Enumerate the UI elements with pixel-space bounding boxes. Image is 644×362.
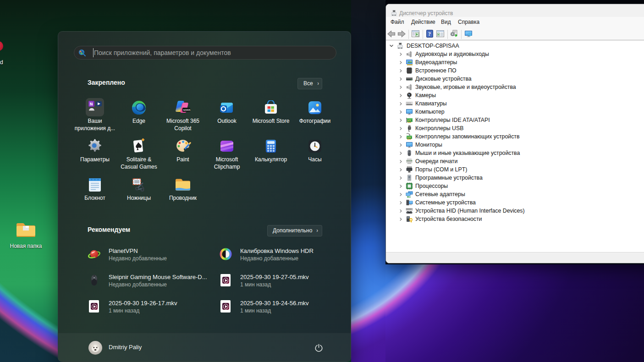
svg-text:?: ? bbox=[428, 31, 431, 37]
svg-text:M365: M365 bbox=[183, 108, 191, 111]
svg-text:N: N bbox=[90, 102, 93, 106]
